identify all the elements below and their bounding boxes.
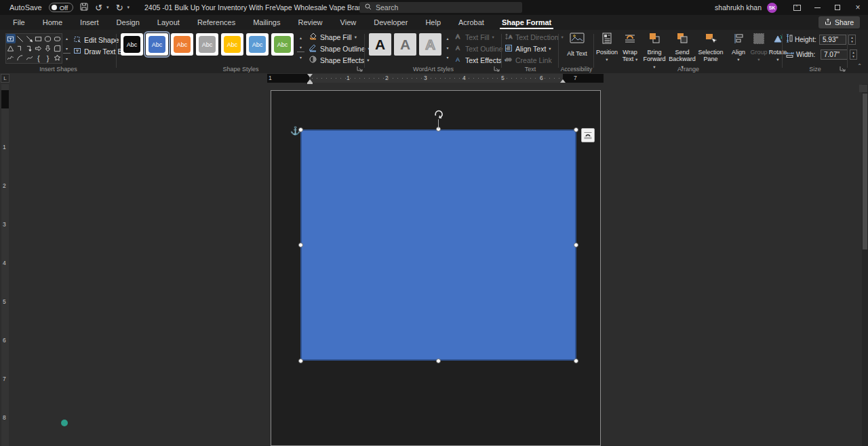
right-brace-icon[interactable]: } <box>43 53 53 63</box>
shape-style-thumb-7[interactable]: Abc <box>271 33 294 56</box>
resize-handle-bottom-right[interactable] <box>574 359 578 363</box>
height-field[interactable]: 5.93" <box>819 35 846 45</box>
styles-scroll-up-icon[interactable]: ▴ <box>297 33 304 43</box>
gallery-more-icon[interactable]: ▾ <box>63 53 71 64</box>
shape-styles-scroll[interactable]: ▴ ▾ ▾ <box>297 33 304 62</box>
vertical-ruler[interactable]: 1 2 3 4 5 6 7 8 <box>1 84 9 446</box>
tab-acrobat[interactable]: Acrobat <box>450 15 493 30</box>
align-button[interactable]: Align▾ <box>727 33 750 63</box>
selection-pane-button[interactable]: Selection Pane <box>699 33 722 63</box>
window-restore-icon[interactable] <box>827 0 848 15</box>
wordart-scroll-down-icon[interactable]: ▾ <box>444 43 451 52</box>
oval-icon[interactable] <box>43 34 53 43</box>
undo-caret-icon[interactable]: ▾ <box>106 5 109 10</box>
wrap-text-button[interactable]: Wrap Text ▾ <box>618 33 642 63</box>
search-input[interactable]: Search <box>359 2 522 13</box>
shape-style-thumb-5[interactable]: Abc <box>221 33 243 56</box>
scrollbar-thumb[interactable] <box>863 94 867 249</box>
resize-handle-top-right[interactable] <box>574 127 578 132</box>
shape-style-thumb-4[interactable]: Abc <box>196 33 218 56</box>
window-close-icon[interactable]: × <box>848 0 868 15</box>
styles-scroll-down-icon[interactable]: ▾ <box>297 43 304 52</box>
shapes-gallery-scroll[interactable]: ▴ ▾ ▾ <box>63 33 71 64</box>
ribbon-display-options-icon[interactable]: ^ <box>787 0 807 15</box>
undo-icon[interactable]: ↺ <box>95 3 102 12</box>
first-line-indent-marker[interactable] <box>307 74 313 77</box>
tab-help[interactable]: Help <box>416 15 450 30</box>
save-icon[interactable] <box>80 3 88 12</box>
wordart-more-icon[interactable]: ▾ <box>444 52 451 62</box>
redo-icon[interactable]: ↻ <box>116 3 123 12</box>
isosceles-triangle-icon[interactable] <box>6 43 16 53</box>
block-arrow-down-icon[interactable] <box>43 43 53 53</box>
resize-handle-middle-left[interactable] <box>298 243 303 247</box>
send-backward-button[interactable]: Send Backward ▾ <box>671 33 694 70</box>
horizontal-ruler[interactable]: 1 1 2 3 4 5 6 7 <box>267 74 604 83</box>
shape-fill-button[interactable]: Shape Fill ▾ <box>309 32 370 42</box>
wordart-style-thumb-1[interactable]: A <box>369 33 391 56</box>
tab-developer[interactable]: Developer <box>365 15 416 30</box>
tab-stop-selector[interactable]: L <box>1 74 9 83</box>
tab-layout[interactable]: Layout <box>149 15 189 30</box>
block-arrow-right-icon[interactable] <box>34 43 43 53</box>
user-name[interactable]: shahrukh khan <box>715 3 762 12</box>
bring-forward-button[interactable]: Bring Forward ▾ <box>643 33 666 70</box>
shapes-gallery[interactable]: { } <box>5 33 62 64</box>
tab-insert[interactable]: Insert <box>71 15 108 30</box>
wordart-style-thumb-2[interactable]: A <box>394 33 416 56</box>
wordart-styles-scroll[interactable]: ▴ ▾ ▾ <box>444 33 451 62</box>
rectangle-icon[interactable] <box>34 34 43 43</box>
shape-effects-button[interactable]: Shape Effects ▾ <box>309 55 370 65</box>
collapse-ribbon-icon[interactable]: ⌃ <box>857 63 862 69</box>
document-title[interactable]: 2405 -01 Bulk Up Your Inventory With Fre… <box>144 0 378 15</box>
shape-style-thumb-3[interactable]: Abc <box>171 33 193 56</box>
star-icon[interactable] <box>52 53 62 63</box>
resize-handle-bottom-left[interactable] <box>298 359 303 363</box>
snip-corner-shape-icon[interactable] <box>52 43 62 53</box>
tab-shape-format[interactable]: Shape Format <box>493 15 560 30</box>
share-button[interactable]: Share <box>818 16 860 28</box>
gallery-scroll-down-icon[interactable]: ▾ <box>63 43 71 54</box>
tab-view[interactable]: View <box>332 15 366 30</box>
wordart-style-thumb-3[interactable]: A <box>419 33 441 56</box>
layout-options-button[interactable] <box>581 128 595 142</box>
tab-references[interactable]: References <box>189 15 244 30</box>
shape-style-thumb-6[interactable]: Abc <box>246 33 269 56</box>
shape-outline-button[interactable]: Shape Outline ▾ <box>309 43 370 54</box>
arc-icon[interactable] <box>16 53 25 63</box>
scribble-icon[interactable] <box>6 53 16 63</box>
avatar[interactable]: SK <box>767 3 777 13</box>
line-arrow-icon[interactable] <box>24 34 34 43</box>
alt-text-button[interactable]: Alt Text <box>567 33 587 57</box>
rotate-handle-icon[interactable] <box>433 109 443 122</box>
shape-style-thumb-1[interactable]: Abc <box>121 33 143 56</box>
gallery-scroll-up-icon[interactable]: ▴ <box>63 33 71 43</box>
text-effects-button[interactable]: A Text Effects ▾ <box>454 55 508 65</box>
tab-mailings[interactable]: Mailings <box>244 15 289 30</box>
rounded-rectangle-icon[interactable] <box>52 34 62 43</box>
resize-handle-bottom-middle[interactable] <box>436 359 441 363</box>
text-box-icon[interactable] <box>6 34 16 43</box>
wordart-scroll-up-icon[interactable]: ▴ <box>444 33 451 43</box>
width-field[interactable]: 7.07" <box>821 49 848 60</box>
left-brace-icon[interactable]: { <box>34 53 43 63</box>
position-button[interactable]: Position▾ <box>595 33 618 63</box>
line-icon[interactable] <box>16 34 25 43</box>
shape-style-thumb-2-selected[interactable]: Abc <box>146 33 168 56</box>
right-indent-marker[interactable] <box>560 79 566 83</box>
autosave-toggle[interactable]: Off <box>49 3 74 12</box>
tab-review[interactable]: Review <box>290 15 332 30</box>
elbow-connector-icon[interactable] <box>16 43 25 53</box>
tab-home[interactable]: Home <box>34 15 71 30</box>
elbow-arrow-connector-icon[interactable] <box>24 43 34 53</box>
window-minimize-icon[interactable] <box>807 0 827 15</box>
qat-customize-icon[interactable]: ▾ <box>127 5 130 10</box>
vertical-scrollbar[interactable] <box>862 84 868 446</box>
selected-rectangle-shape[interactable] <box>300 129 576 361</box>
tab-design[interactable]: Design <box>108 15 149 30</box>
styles-more-icon[interactable]: ▾ <box>297 52 304 62</box>
curve-icon[interactable] <box>24 53 34 63</box>
scrollbar-top-button[interactable] <box>859 85 867 92</box>
resize-handle-middle-right[interactable] <box>574 243 578 247</box>
tab-file[interactable]: File <box>4 15 34 30</box>
